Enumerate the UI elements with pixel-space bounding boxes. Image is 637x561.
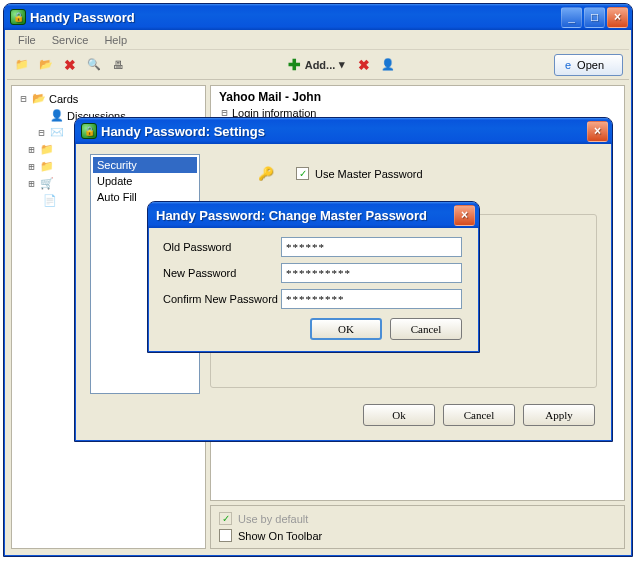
add-label: Add... xyxy=(305,59,336,71)
details-header: Yahoo Mail - John xyxy=(219,90,616,104)
category-security[interactable]: Security xyxy=(93,157,197,173)
new-password-input[interactable] xyxy=(281,263,462,283)
close-button[interactable]: × xyxy=(587,121,608,142)
toolbar: 📁 📂 ✖ 🔍 🖶 ✚ Add... ▾ ✖ 👤 e Open xyxy=(7,50,629,80)
open-folder-icon[interactable]: 📂 xyxy=(37,56,55,74)
doc-icon: 📄 xyxy=(42,194,58,207)
app-icon: 🔒 xyxy=(81,123,97,139)
maximize-button[interactable]: □ xyxy=(584,7,605,28)
new-password-row: New Password xyxy=(151,260,476,286)
folder-icon: 📁 xyxy=(39,160,55,173)
mail-icon: ✉️ xyxy=(49,126,65,139)
show-toolbar-label: Show On Toolbar xyxy=(238,530,322,542)
app-icon: 🔒 xyxy=(10,9,26,25)
new-password-label: New Password xyxy=(151,267,281,279)
settings-title: Handy Password: Settings xyxy=(97,124,587,139)
footer-pane: ✓ Use by default Show On Toolbar xyxy=(210,505,625,549)
open-label: Open xyxy=(577,59,604,71)
search-icon[interactable]: 🔍 xyxy=(85,56,103,74)
open-button[interactable]: e Open xyxy=(554,54,623,76)
change-password-dialog: Handy Password: Change Master Password ×… xyxy=(147,201,480,353)
cancel-button[interactable]: Cancel xyxy=(443,404,515,426)
use-master-label: Use Master Password xyxy=(315,168,423,180)
folder-icon: 📁 xyxy=(39,143,55,156)
new-folder-icon[interactable]: 📁 xyxy=(13,56,31,74)
show-toolbar-check[interactable]: Show On Toolbar xyxy=(219,529,616,542)
close-button[interactable]: × xyxy=(454,205,475,226)
category-update[interactable]: Update xyxy=(93,173,197,189)
minimize-button[interactable]: _ xyxy=(561,7,582,28)
checkbox-icon[interactable]: ✓ xyxy=(296,167,309,180)
old-password-input[interactable] xyxy=(281,237,462,257)
main-titlebar[interactable]: 🔒 Handy Password _ □ × xyxy=(4,4,632,30)
main-title: Handy Password xyxy=(26,10,561,25)
use-master-check[interactable]: 🔑 ✓ Use Master Password xyxy=(258,166,589,181)
old-password-row: Old Password xyxy=(151,234,476,260)
print-icon[interactable]: 🖶 xyxy=(109,56,127,74)
cpw-titlebar[interactable]: Handy Password: Change Master Password × xyxy=(148,202,479,228)
ok-button[interactable]: OK xyxy=(310,318,382,340)
expand-icon[interactable]: ⊞ xyxy=(26,144,37,155)
expand-icon[interactable]: ⊞ xyxy=(26,178,37,189)
checkbox-icon[interactable] xyxy=(219,529,232,542)
menu-service[interactable]: Service xyxy=(45,32,96,48)
folder-icon: 📂 xyxy=(31,92,47,105)
delete-icon[interactable]: ✖ xyxy=(61,56,79,74)
dropdown-icon: ▾ xyxy=(339,58,345,71)
menu-help[interactable]: Help xyxy=(97,32,134,48)
delete2-icon[interactable]: ✖ xyxy=(355,56,373,74)
plus-icon: ✚ xyxy=(288,56,301,74)
apply-button[interactable]: Apply xyxy=(523,404,595,426)
checkbox-icon: ✓ xyxy=(219,512,232,525)
ie-icon: e xyxy=(565,59,571,71)
confirm-password-input[interactable] xyxy=(281,289,462,309)
cpw-title: Handy Password: Change Master Password xyxy=(154,208,454,223)
cart-icon: 🛒 xyxy=(39,177,55,190)
confirm-password-row: Confirm New Password xyxy=(151,286,476,312)
use-default-label: Use by default xyxy=(238,513,308,525)
tree-root-label: Cards xyxy=(49,93,78,105)
settings-button-row: Ok Cancel Apply xyxy=(363,404,595,426)
collapse-icon[interactable]: ⊟ xyxy=(18,93,29,104)
expand-icon[interactable]: ⊞ xyxy=(26,161,37,172)
person-icon[interactable]: 👤 xyxy=(379,56,397,74)
close-button[interactable]: × xyxy=(607,7,628,28)
settings-titlebar[interactable]: 🔒 Handy Password: Settings × xyxy=(75,118,612,144)
menu-bar: File Service Help xyxy=(7,30,629,50)
collapse-icon[interactable]: ⊟ xyxy=(36,127,47,138)
key-icon: 🔑 xyxy=(258,166,274,181)
menu-file[interactable]: File xyxy=(11,32,43,48)
tree-root[interactable]: ⊟ 📂 Cards xyxy=(14,90,203,107)
old-password-label: Old Password xyxy=(151,241,281,253)
use-default-check: ✓ Use by default xyxy=(219,512,616,525)
person-small-icon: 👤 xyxy=(49,109,65,122)
ok-button[interactable]: Ok xyxy=(363,404,435,426)
confirm-password-label: Confirm New Password xyxy=(151,293,281,305)
add-button[interactable]: ✚ Add... ▾ xyxy=(284,54,350,76)
cancel-button[interactable]: Cancel xyxy=(390,318,462,340)
